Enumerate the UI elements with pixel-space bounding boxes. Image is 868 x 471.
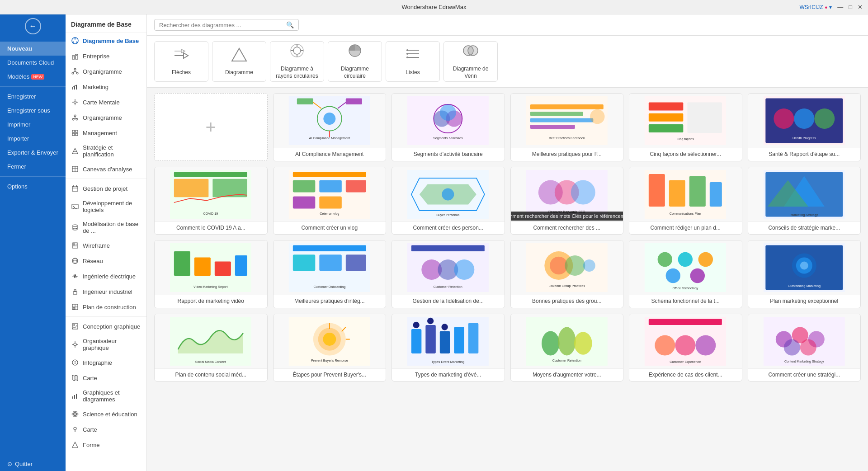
sidebar-item-enregistrer-sous[interactable]: Enregistrer sous [0,104,66,118]
svg-point-228 [655,335,675,355]
template-card-rediger-plan[interactable]: Communications Plan Comment rédiger un p… [629,167,742,235]
template-label-covid19: Comment le COVID 19 A a... [155,221,267,235]
sidebar-item-options[interactable]: Options [0,179,66,193]
cat-item-organigramme[interactable]: Organigramme [66,64,146,79]
cat-item-entreprise[interactable]: Entreprise [66,48,146,64]
diag-type-circulaire[interactable]: Diagramme circulaire [328,41,382,82]
cat-item-ingenieur-ind[interactable]: Ingénieur industriel [66,284,146,299]
cat-item-modelisation[interactable]: Modélisation de base de ... [66,217,146,238]
cat-item-diagramme-de-base[interactable]: Diagramme de Base [66,33,146,48]
template-card-bonnes-pratiques[interactable]: LinkedIn Group Practices Bonnes pratique… [510,240,624,308]
diag-type-diagramme[interactable]: Diagramme [212,41,266,82]
add-template-card[interactable]: + [154,93,268,161]
template-card-rechercher-mots[interactable]: Research Keywords SEO Comment rechercher… [510,167,624,235]
template-card-creer-personas[interactable]: Buyer Personas Comment créer des person.… [392,167,505,235]
cat-item-gestion-projet[interactable]: Gestion de projet [66,181,146,196]
template-card-types-event[interactable]: Types Event Marketing Types de marketing… [392,314,505,382]
svg-rect-177 [411,245,485,252]
cat-item-carte-mentale[interactable]: Carte Mentale [66,94,146,110]
sidebar-item-documents-cloud[interactable]: Documents Cloud [0,56,66,70]
template-card-creer-vlog[interactable]: Créer un vlog Comment créer un vlog [273,167,387,235]
svg-rect-104 [346,99,362,105]
sidebar-item-imprimer[interactable]: Imprimer [0,118,66,132]
sidebar-item-nouveau[interactable]: Nouveau [0,42,66,56]
cat-item-graphiques[interactable]: Graphiques et diagrammes [66,386,146,406]
svg-point-206 [323,333,336,346]
cat-item-wireframe[interactable]: Wireframe [66,238,146,253]
template-card-cinq-facons[interactable]: Cinq façons Cinq façons de sélectionner.… [629,93,742,161]
template-card-meilleures-pratiques-int[interactable]: Customer Onboarding Meilleures pratiques… [273,240,387,308]
minimize-button[interactable]: — [837,4,843,10]
back-button[interactable]: ← [25,18,41,34]
template-label-rechercher-mots: Comment rechercher des ... [511,221,623,235]
template-card-content-marketing[interactable]: Content Marketing Strategy Comment créer… [748,314,861,382]
maximize-button[interactable]: □ [849,4,852,10]
template-card-fidelisation[interactable]: Customer Retention Gestion de la fidélis… [392,240,505,308]
quit-icon: ⊙ [7,461,12,467]
template-card-meilleures-pratiques[interactable]: Best Practices Facebook Meilleures prati… [510,93,624,161]
sidebar-item-exporter[interactable]: Exporter & Envoyer [0,146,66,160]
cat-item-marketing[interactable]: Marketing [66,79,146,94]
search-input[interactable] [159,22,283,28]
template-label-strategie-marke: Conseils de stratégie marke... [748,221,861,235]
svg-point-180 [454,259,475,280]
cat-diagramme-de-base-label: Diagramme de Base [83,38,139,44]
svg-rect-114 [530,118,594,122]
svg-point-230 [696,335,716,355]
search-bar[interactable]: 🔍 [154,19,299,31]
cat-item-ingenierie-elec[interactable]: Ingénierie électrique [66,268,146,284]
dropdown-arrow-icon: ▾ [829,4,832,10]
template-card-moyens-augmenter[interactable]: Customer Retention Moyens d'augmenter vo… [510,314,624,382]
user-account[interactable]: WSrICIJZ ♦ ▾ [800,4,832,10]
cat-item-science-education[interactable]: Science et éducation [66,406,146,422]
svg-rect-119 [649,103,684,111]
svg-rect-112 [530,104,604,109]
cat-carte-mentale-label: Carte Mentale [83,99,120,106]
svg-point-68 [75,363,75,364]
template-card-experience-cas[interactable]: Customer Experience Expérience de cas de… [629,314,742,382]
cat-item-carte2[interactable]: Carte [66,422,146,437]
cat-item-forme[interactable]: Forme [66,437,146,452]
template-card-marketing-video[interactable]: Video Marketing Report Rapport de market… [154,240,268,308]
svg-point-224 [574,332,592,354]
cat-item-organisateur-graph[interactable]: Organisateur graphique [66,334,146,355]
sidebar-item-modeles[interactable]: Modèles NEW [0,70,66,84]
cat-item-developpement[interactable]: Développement de logiciels [66,196,146,217]
template-card-strategie-marke[interactable]: Marketing Strategy Conseils de stratégie… [748,167,861,235]
cat-canevas-label: Canevas d'analyse [83,166,132,173]
template-card-sante-rapport[interactable]: Health Progress Santé & Rapport d'étape … [748,93,861,161]
svg-rect-29 [72,133,75,136]
template-card-bank-segments[interactable]: Segments bancaires Segments d'activité b… [392,93,505,161]
diag-type-rayons[interactable]: Diagramme à rayons circulaires [270,41,324,82]
cat-item-conception-graph[interactable]: Conception graphique [66,319,146,334]
close-button[interactable]: ✕ [858,4,863,10]
listes-label: Listes [406,69,420,76]
sidebar-item-importer[interactable]: Importer [0,132,66,146]
cat-item-canevas[interactable]: Canevas d'analyse [66,161,146,177]
add-icon: + [206,117,216,137]
svg-point-219 [442,324,448,330]
template-card-prevent-buyers[interactable]: Prevent Buyer's Remorse Étapes pour Prev… [273,314,387,382]
diag-type-fleches[interactable]: Flèches [154,41,208,82]
cat-item-carte[interactable]: Carte [66,370,146,386]
cat-item-reseau[interactable]: Réseau [66,253,146,268]
template-card-plan-marketing[interactable]: Outstanding Marketing Plan marketing exc… [748,240,861,308]
template-label-meilleures-pratiques: Meilleures pratiques pour F... [511,148,623,161]
cat-item-strategie[interactable]: Stratégie et planification [66,141,146,161]
sidebar-item-fermer[interactable]: Fermer [0,160,66,174]
diag-type-venn[interactable]: Diagramme de Venn [443,41,498,82]
cat-item-organigramme2[interactable]: Organigramme [66,110,146,125]
circulaire-icon [346,43,364,62]
sidebar-item-enregistrer[interactable]: Enregistrer [0,89,66,104]
template-card-social-media[interactable]: Social Media Content Plan de contenu soc… [154,314,268,382]
cat-item-infographie[interactable]: Infographie [66,355,146,370]
cat-item-management[interactable]: Management [66,125,146,141]
template-card-ai-compliance[interactable]: AI Compliance Management AI Compliance M… [273,93,387,161]
cat-item-plan-construction[interactable]: Plan de construction [66,299,146,315]
template-label-sante-rapport: Santé & Rapport d'étape su... [748,148,861,161]
template-card-covid19[interactable]: COVID 19 Comment le COVID 19 A a... [154,167,268,235]
sidebar-item-quitter[interactable]: ⊙ Quitter [0,457,66,471]
sidebar-options-label: Options [7,183,28,190]
diag-type-listes[interactable]: Listes [386,41,440,82]
template-card-schema-fonctionnel[interactable]: Office Technology Schéma fonctionnel de … [629,240,742,308]
